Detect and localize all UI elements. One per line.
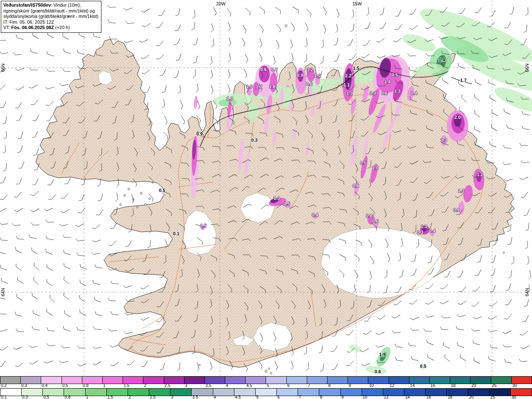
precip-value-label: 1.3 — [458, 188, 464, 193]
island — [128, 188, 130, 190]
legend-segment — [341, 389, 362, 396]
legend-tick-label: 9 — [349, 384, 351, 388]
precip-value-label: 0.4 — [411, 91, 417, 96]
precip-value-label: 0.6 — [306, 81, 312, 86]
precip-value-label: 0.3 — [251, 138, 257, 143]
precip-value-label: 0.6 — [372, 219, 378, 224]
legend-segment — [266, 377, 286, 384]
legend-tick-label: 0.4 — [42, 384, 47, 388]
legend-tick-label: 2 — [128, 395, 131, 399]
island — [140, 192, 143, 195]
legend-segment — [319, 389, 340, 396]
precip-legend: 0.20.30.40.50.811.522.533.544.5567891012… — [0, 376, 532, 399]
precip-value-label: 1.1 — [343, 82, 350, 87]
legend-segment — [185, 377, 205, 384]
legend-tick-label: 10 — [362, 395, 367, 399]
longitude-label: 20W — [216, 1, 226, 6]
precip-value-label: 1.0 — [246, 84, 252, 89]
legend-tick-label: 1 — [86, 395, 89, 399]
legend-tick-label: 3 — [171, 395, 174, 399]
legend-segment — [21, 377, 41, 384]
legend-tick-label: 2.5 — [150, 395, 155, 399]
legend-tick-label: 2.5 — [165, 384, 170, 388]
island — [136, 206, 138, 208]
rain-scale-labels: 0.10.30.50.811.522.533.544.5567891012141… — [0, 395, 532, 399]
legend-segment — [170, 389, 192, 396]
island — [124, 195, 126, 197]
precip-value-label: 1.0 — [227, 96, 233, 101]
island — [270, 372, 272, 374]
legend-segment — [277, 389, 298, 396]
legend-segment — [409, 377, 430, 384]
legend-tick-label: 5 — [256, 395, 259, 399]
precip-value-label: 1.3 — [394, 89, 400, 94]
legend-segment — [82, 377, 103, 384]
precip-value-label: 0.4 — [312, 212, 318, 217]
legend-segment — [143, 377, 164, 384]
legend-tick-label: 12 — [389, 384, 394, 388]
legend-tick-label: 20 — [471, 384, 476, 388]
precip-value-label: 0.1 — [173, 231, 179, 236]
legend-segment — [256, 389, 277, 396]
legend-segment — [389, 377, 409, 384]
legend-tick-label: 12 — [384, 395, 389, 399]
legend-tick-label: 0.8 — [65, 395, 71, 399]
legend-tick-label: 0.2 — [1, 384, 7, 388]
precip-value-label: 0.5 — [392, 72, 398, 77]
latitude-label-left: 66N — [0, 64, 5, 72]
legend-segment — [246, 377, 266, 384]
precip-value-label: 1.4 — [384, 79, 391, 84]
legend-tick-label: 18 — [451, 384, 456, 388]
legend-tick-label: 4.5 — [246, 384, 252, 388]
precip-value-label: 1.3 — [441, 138, 447, 143]
legend-segment — [41, 377, 62, 384]
legend-tick-label: 6 — [287, 384, 290, 388]
map-info-box: Veðurstofan/IS750dev: Vindur (10m), rign… — [1, 1, 101, 33]
legend-tick-label: 8 — [320, 395, 323, 399]
legend-tick-label: 0.5 — [62, 384, 68, 388]
legend-segment — [86, 389, 107, 396]
precip-value-label: 1.8 — [269, 84, 275, 89]
legend-segment — [213, 389, 234, 396]
legend-segment — [298, 389, 319, 396]
legend-segment — [512, 377, 532, 384]
legend-tick-label: 25 — [490, 395, 495, 399]
legend-segment — [430, 377, 450, 384]
latitude-label-left: 64N — [0, 288, 5, 296]
precip-value-label: 0.3 — [369, 91, 376, 96]
legend-tick-label: 30 — [512, 384, 517, 388]
legend-tick-label: 16 — [431, 384, 435, 388]
product-name: Veðurstofan/IS750dev — [3, 2, 51, 7]
product-subtitle: : Vindur (10m), — [51, 2, 81, 7]
legend-tick-label: 3.5 — [192, 395, 198, 399]
island — [120, 204, 122, 206]
precip-value-label: 1.4 — [438, 57, 445, 62]
precip-value-label: 2.0 — [454, 115, 461, 120]
legend-tick-label: 14 — [410, 384, 415, 388]
latitude-label-right: 64N — [525, 288, 530, 296]
legend-tick-label: 0.1 — [1, 395, 7, 399]
precip-value-label: 0.6 — [260, 67, 266, 72]
legend-tick-label: 1 — [103, 384, 106, 388]
precip-value-label: 1.3 — [273, 196, 280, 201]
legend-tick-label: 30 — [512, 395, 516, 399]
legend-segment — [128, 389, 149, 396]
legend-segment — [307, 377, 328, 384]
legend-tick-label: 1.5 — [123, 384, 129, 388]
legend-segment — [103, 377, 123, 384]
legend-tick-label: 7 — [299, 395, 301, 399]
precip-value-label: 1.0 — [314, 73, 320, 78]
legend-tick-label: 7 — [308, 384, 310, 388]
legend-tick-label: 3.5 — [205, 384, 211, 388]
weather-map-page: 0.90.31.51.71.41.90.60.50.50.10.60.81.01… — [0, 0, 532, 399]
legend-tick-label: 0.3 — [22, 395, 28, 399]
island — [268, 368, 270, 369]
legend-segment — [328, 377, 348, 384]
precip-value-label: 1.2 — [307, 67, 313, 72]
valid-time: VT: Fös. 06.06.2025 08Z (+20 h) — [3, 25, 99, 31]
legend-tick-label: 0.3 — [21, 384, 27, 388]
precip-value-label: 0.5 — [200, 223, 206, 228]
precip-value-label: 0.8 — [352, 183, 359, 188]
precip-value-label: 0.5 — [283, 201, 290, 206]
precip-value-label: 1.2 — [477, 172, 483, 177]
